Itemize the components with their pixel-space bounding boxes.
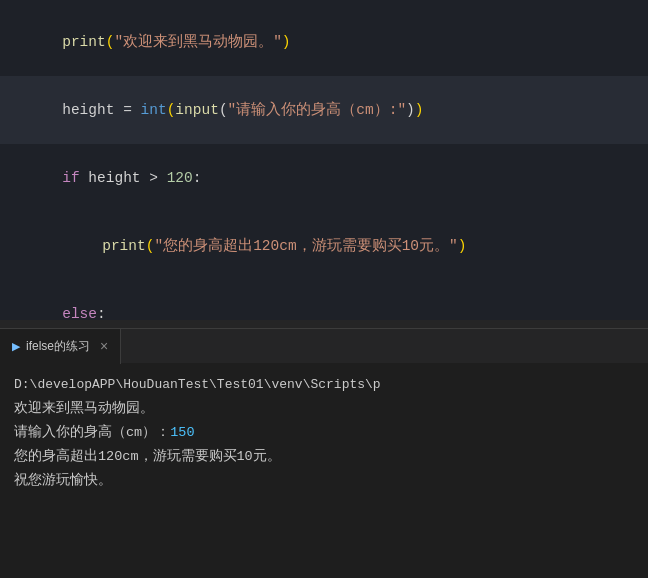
- code-line-3: if height > 120:: [0, 144, 648, 212]
- terminal-tab[interactable]: ▶ ifelse的练习 ×: [0, 329, 121, 364]
- string-literal-2: "请输入你的身高（cm）:": [228, 102, 407, 118]
- keyword-print-2: print: [102, 238, 146, 254]
- terminal-output-1: 欢迎来到黑马动物园。: [14, 397, 634, 421]
- terminal-path: D:\developAPP\HouDuanTest\Test01\venv\Sc…: [14, 373, 634, 397]
- terminal-input-value: 150: [170, 425, 194, 440]
- builtin-int: int: [141, 102, 167, 118]
- terminal-tab-bar: ▶ ifelse的练习 ×: [0, 328, 648, 363]
- variable-height: height: [62, 102, 114, 118]
- keyword-if: if: [62, 170, 79, 186]
- code-line-2: height = int(input("请输入你的身高（cm）:")): [0, 76, 648, 144]
- number-120: 120: [167, 170, 193, 186]
- code-editor: print("欢迎来到黑马动物园。") height = int(input("…: [0, 0, 648, 320]
- terminal-tab-label: ifelse的练习: [26, 338, 90, 355]
- terminal-prompt: 请输入你的身高（cm）：150: [14, 421, 634, 445]
- keyword-else: else: [62, 306, 97, 320]
- string-literal: "欢迎来到黑马动物园。": [114, 34, 281, 50]
- keyword-print: print: [62, 34, 106, 50]
- terminal-icon: ▶: [12, 340, 20, 353]
- terminal-output-3: 祝您游玩愉快。: [14, 469, 634, 493]
- code-line-5: else:: [0, 280, 648, 320]
- terminal-close-button[interactable]: ×: [100, 338, 108, 354]
- terminal-panel[interactable]: ▶ ifelse的练习 × D:\developAPP\HouDuanTest\…: [0, 328, 648, 578]
- terminal-output-2: 您的身高超出120cm，游玩需要购买10元。: [14, 445, 634, 469]
- code-line-4: print("您的身高超出120cm，游玩需要购买10元。"): [0, 212, 648, 280]
- code-line-1: print("欢迎来到黑马动物园。"): [0, 8, 648, 76]
- string-literal-3: "您的身高超出120cm，游玩需要购买10元。": [154, 238, 457, 254]
- editor-terminal-divider: [0, 320, 648, 328]
- builtin-input: input: [175, 102, 219, 118]
- terminal-body[interactable]: D:\developAPP\HouDuanTest\Test01\venv\Sc…: [0, 363, 648, 503]
